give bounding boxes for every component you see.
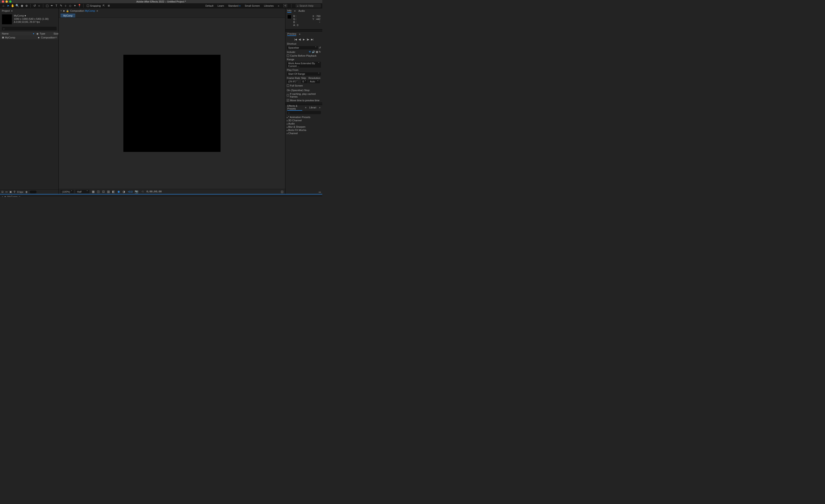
full-screen-checkbox[interactable]: Full Screen [287,84,321,87]
if-caching-checkbox[interactable]: If caching, play cached frames [287,92,321,98]
col-size[interactable]: Size [54,32,59,35]
effects-category[interactable]: * Animation Presets [286,115,321,119]
prev-frame-icon[interactable]: ◀| [299,38,301,41]
pen-tool-icon[interactable]: ✒ [50,4,54,8]
tab-libraries[interactable]: Librari [309,106,316,109]
resolution-dropdown[interactable]: Half ˅ [76,190,89,193]
viewer-area[interactable] [59,17,285,189]
sync-icon[interactable]: ⟲ [283,4,287,7]
range-dropdown[interactable]: Work Area Extended By Current ...˅ [287,62,321,68]
next-frame-icon[interactable]: |▶ [307,38,309,41]
comp-badge-icon[interactable]: ■ [63,9,65,12]
include-video-icon[interactable]: 👁 [309,51,311,54]
trash-icon[interactable]: 🗑 [25,190,28,193]
include-audio-icon[interactable]: 🔊 [312,51,315,54]
col-type[interactable]: Type [40,32,54,35]
show-snapshot-icon[interactable]: ⟲ [140,190,145,194]
rectangle-tool-icon[interactable]: ▢ [45,4,49,8]
workspace-libraries[interactable]: Libraries [264,4,274,7]
panel-menu-icon[interactable]: ≡ [299,33,300,35]
last-frame-icon[interactable]: ▶| [311,38,313,41]
close-comp-icon[interactable]: × [61,10,62,12]
unified-camera-icon[interactable]: ⟐ [37,4,41,8]
grid-icon[interactable]: ▥ [106,190,110,194]
loop-icon[interactable]: ↻ [319,51,321,54]
col-name[interactable]: Name [2,32,32,35]
search-help-input[interactable]: ⌕ Search Help [296,4,321,8]
project-list-area[interactable] [0,39,59,189]
rotate-tool-icon[interactable]: ↺ [32,4,36,8]
composition-canvas[interactable] [123,55,221,152]
snap-mode-2-icon[interactable]: ⊞ [107,4,111,8]
transparency-grid-icon[interactable]: ▦ [91,190,95,194]
panel-menu-icon[interactable]: ≡ [19,195,20,197]
reset-icon[interactable]: ↺ [319,46,321,49]
lock-icon[interactable]: 🔒 [66,10,69,12]
effects-category[interactable]: Blur & Sharpen [286,125,321,129]
shortcut-dropdown[interactable]: Spacebar˅ [287,46,318,50]
panel-menu-icon[interactable]: ≡ [305,106,306,109]
play-icon[interactable]: ▶ [303,38,305,41]
tab-preview[interactable]: Preview [287,32,296,36]
workspace-standard[interactable]: Standard ≡ [228,4,240,7]
selection-tool-icon[interactable]: ➤ [6,4,10,8]
bpc-label[interactable]: 8 bpc [17,190,23,193]
close-timeline-icon[interactable]: × [2,196,3,197]
channel-icon[interactable]: ◧ [111,190,116,194]
new-folder-icon[interactable]: ▭ [5,190,8,193]
panel-menu-icon[interactable]: ≡ [294,10,296,12]
color-mgmt-icon[interactable]: ◉ [117,190,121,194]
overflow-icon[interactable]: » [278,4,279,7]
project-search-input[interactable]: ⌕ [2,27,57,30]
effects-category[interactable]: Audio [286,122,321,125]
roto-brush-icon[interactable]: ✦ [73,4,77,8]
new-comp-icon[interactable]: ▣ [9,190,12,193]
viewer-time-label[interactable]: 0;00;00;00 [146,190,162,193]
tab-effects[interactable]: Effects & Presets [287,104,302,111]
tab-audio[interactable]: Audio [298,9,305,12]
project-tab[interactable]: Project [2,9,10,12]
frame-rate-dropdown[interactable]: (29.97)˅ [287,80,297,83]
effects-search-input[interactable]: ⌕ [287,111,321,114]
brush-tool-icon[interactable]: ✎ [59,4,63,8]
composition-thumbnail[interactable] [2,14,12,24]
workspace-default[interactable]: Default [205,4,213,7]
snap-mode-1-icon[interactable]: ⇱ [102,4,106,8]
interpret-footage-icon[interactable]: ⊡ [1,190,3,193]
zoom-dropdown[interactable]: (100%) ˅ [61,190,74,193]
flowchart-icon[interactable]: ⊹ [55,36,57,39]
view-layout-icon[interactable]: ◫ [281,190,283,193]
color-toggle[interactable] [30,190,36,193]
puppet-pin-icon[interactable]: 📍 [77,4,81,8]
exposure-reset-icon[interactable]: ◑ [122,190,126,194]
move-time-checkbox[interactable]: Move time to preview time [287,99,321,102]
mask-vis-icon[interactable]: ◫ [96,190,100,194]
effects-category[interactable]: Channel [286,132,321,135]
first-frame-icon[interactable]: |◀ [294,38,297,41]
hand-tool-icon[interactable]: ✋ [11,4,15,8]
include-overlays-icon[interactable]: ▦ [316,51,318,54]
overflow-icon[interactable]: » [319,106,320,109]
comp-name-label[interactable]: MyComp ▾ [14,14,49,17]
effects-category[interactable]: 3D Channel [286,119,321,122]
zoom-tool-icon[interactable]: 🔍 [15,4,19,8]
snapshot-icon[interactable]: 📷 [135,190,139,194]
workspace-small-screen[interactable]: Small Screen [245,4,260,7]
play-from-dropdown[interactable]: Start Of Range˅ [287,72,321,76]
flow-tab-mycomp[interactable]: MyComp [61,14,75,17]
home-icon[interactable]: ⌂ [1,4,5,8]
resolution-dropdown-2[interactable]: Auto˅ [308,80,320,83]
type-tool-icon[interactable]: T [54,4,59,8]
timeline-tab[interactable]: MyComp [7,195,17,197]
panel-menu-icon[interactable]: ≡ [11,9,12,12]
timeline-badge-icon[interactable]: ■ [4,195,6,197]
new-bin-icon[interactable]: ▭ [319,190,321,193]
snapping-toggle[interactable]: Snapping ⇱ ⊞ [87,4,111,8]
exposure-value[interactable]: +0.0 [128,190,133,193]
cache-before-checkbox[interactable]: Cache Before Playback [287,54,321,57]
eraser-tool-icon[interactable]: ◇ [68,4,72,8]
camera-tool-icon[interactable]: ⊕ [24,4,28,8]
col-label-icon[interactable]: ◉ [35,32,40,35]
panel-menu-icon[interactable]: ≡ [96,9,98,12]
effects-category[interactable]: Boris FX Mocha [286,129,321,132]
